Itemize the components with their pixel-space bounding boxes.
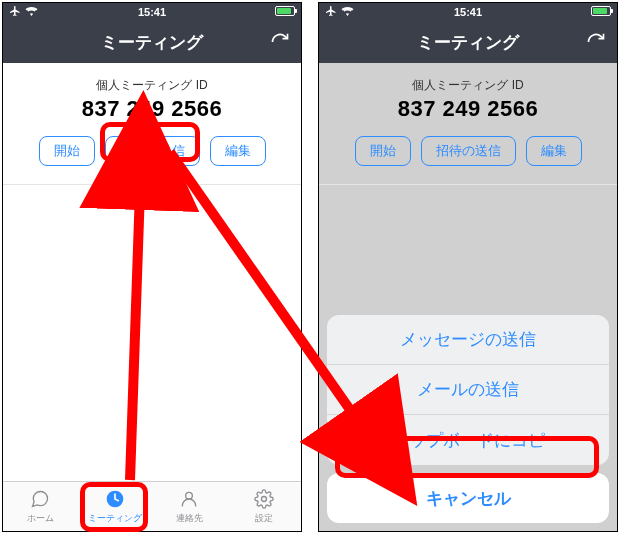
- edit-button[interactable]: 編集: [210, 136, 266, 166]
- tab-settings[interactable]: 設定: [227, 482, 302, 531]
- pmi-value: 837 249 2566: [82, 96, 223, 122]
- pmi-label: 個人ミーティング ID: [412, 77, 523, 94]
- send-invite-button[interactable]: 招待の送信: [421, 136, 516, 166]
- battery-icon: [275, 6, 295, 18]
- action-sheet: メッセージの送信 メールの送信 クリップボードにコピー キャンセル: [327, 315, 609, 523]
- nav-title: ミーティング: [417, 31, 519, 54]
- clock-icon: [104, 488, 126, 510]
- send-invite-button[interactable]: 招待の送信: [105, 136, 200, 166]
- tab-home-label: ホーム: [27, 512, 54, 525]
- tab-contacts-label: 連絡先: [176, 512, 203, 525]
- gear-icon: [253, 488, 275, 510]
- sheet-cancel[interactable]: キャンセル: [327, 473, 609, 523]
- pmi-value: 837 249 2566: [398, 96, 539, 122]
- sheet-copy-clipboard[interactable]: クリップボードにコピー: [327, 415, 609, 465]
- refresh-icon[interactable]: [585, 31, 607, 53]
- tab-bar: ホーム ミーティング 連絡先 設定: [3, 481, 301, 531]
- wifi-icon: [341, 6, 354, 18]
- sheet-send-mail[interactable]: メールの送信: [327, 365, 609, 415]
- person-icon: [178, 488, 200, 510]
- phone-frame-left: 15:41 ミーティング 個人ミーティング ID 837 249 2566 開始…: [2, 2, 302, 532]
- status-bar: 15:41: [319, 3, 617, 21]
- refresh-icon[interactable]: [269, 31, 291, 53]
- nav-header: ミーティング: [3, 21, 301, 63]
- svg-point-2: [261, 497, 266, 502]
- status-bar: 15:41: [3, 3, 301, 21]
- tab-meeting[interactable]: ミーティング: [78, 482, 153, 531]
- wifi-icon: [25, 6, 38, 18]
- content-area: 個人ミーティング ID 837 249 2566 開始 招待の送信 編集 メッセ…: [319, 63, 617, 531]
- sheet-options-group: メッセージの送信 メールの送信 クリップボードにコピー: [327, 315, 609, 465]
- phone-frame-right: 15:41 ミーティング 個人ミーティング ID 837 249 2566 開始…: [318, 2, 618, 532]
- svg-point-1: [186, 492, 193, 499]
- start-button[interactable]: 開始: [39, 136, 95, 166]
- button-row: 開始 招待の送信 編集: [355, 136, 582, 166]
- battery-icon: [591, 6, 611, 18]
- status-time: 15:41: [454, 6, 482, 18]
- tab-home[interactable]: ホーム: [3, 482, 78, 531]
- divider: [319, 184, 617, 185]
- status-time: 15:41: [138, 6, 166, 18]
- tab-contacts[interactable]: 連絡先: [152, 482, 227, 531]
- chat-icon: [29, 488, 51, 510]
- content-area: 個人ミーティング ID 837 249 2566 開始 招待の送信 編集: [3, 63, 301, 481]
- tab-settings-label: 設定: [255, 512, 273, 525]
- airplane-icon: [9, 5, 21, 19]
- divider: [3, 184, 301, 185]
- pmi-label: 個人ミーティング ID: [96, 77, 207, 94]
- nav-header: ミーティング: [319, 21, 617, 63]
- edit-button[interactable]: 編集: [526, 136, 582, 166]
- nav-title: ミーティング: [101, 31, 203, 54]
- sheet-send-message[interactable]: メッセージの送信: [327, 315, 609, 365]
- start-button[interactable]: 開始: [355, 136, 411, 166]
- tab-meeting-label: ミーティング: [88, 512, 142, 525]
- airplane-icon: [325, 5, 337, 19]
- button-row: 開始 招待の送信 編集: [39, 136, 266, 166]
